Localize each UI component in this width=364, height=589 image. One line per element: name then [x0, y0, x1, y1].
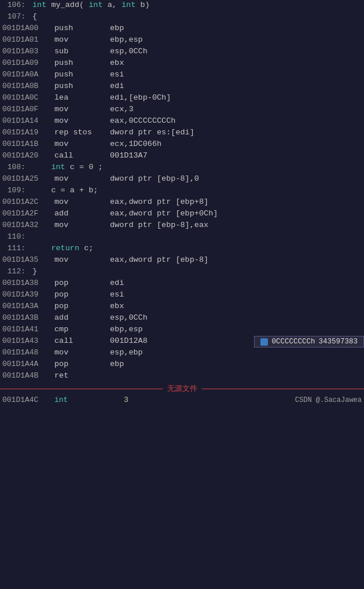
mnemonic: push	[52, 70, 110, 79]
address: 001D1A00	[0, 24, 52, 32]
mnemonic: pop	[52, 360, 110, 368]
mnemonic: mov	[52, 105, 110, 114]
address: 001D1A35	[0, 255, 52, 264]
line-number: 112:	[0, 267, 28, 276]
bottom-keyword: int	[54, 396, 89, 404]
mnemonic: sub	[52, 47, 110, 56]
mnemonic: push	[52, 58, 110, 67]
source-line-112: 112: }	[0, 266, 364, 278]
bottom-num: 3	[89, 396, 128, 404]
source-code: int c = 0 ;	[28, 163, 103, 171]
asm-line-001D1A0A: 001D1A0A push esi	[0, 69, 364, 81]
operand: eax,0CCCCCCCCh	[110, 116, 364, 125]
var-c: c =	[70, 163, 89, 171]
tooltip-num: 343597383	[318, 338, 358, 346]
mnemonic: ret	[52, 371, 110, 380]
asm-line-001D1A4A: 001D1A4A pop ebp	[0, 359, 364, 371]
keyword-int: int	[32, 1, 46, 9]
operand: ecx,3	[110, 105, 364, 114]
source-line-111: 111: return c;	[0, 243, 364, 255]
address: 001D1A3B	[0, 313, 52, 322]
tooltip-value: 0CCCCCCCCh	[271, 338, 315, 346]
asm-line-001D1A2F: 001D1A2F add eax,dword ptr [ebp+0Ch]	[0, 208, 364, 220]
address: 001D1A43	[0, 336, 52, 345]
tooltip-icon	[260, 338, 268, 346]
operand: esp,ebp	[110, 348, 364, 357]
source-code: {	[28, 12, 37, 21]
address: 001D1A2F	[0, 209, 52, 218]
bottom-bar: 001D1A4C int 3 CSDN @.SacaJawea	[0, 395, 364, 405]
func-name: my_add(	[51, 1, 84, 9]
asm-line-001D1A25: 001D1A25 mov dword ptr [ebp-8],0	[0, 174, 364, 185]
source-line-108: 108: int c = 0 ;	[0, 162, 364, 174]
keyword-int3: int	[122, 1, 135, 9]
operand: eax,dword ptr [ebp+0Ch]	[110, 209, 364, 218]
operand: ebx	[110, 302, 364, 310]
line-number: 110:	[0, 232, 28, 241]
asm-line-001D1A19: 001D1A19 rep stos dword ptr es:[edi]	[0, 127, 364, 139]
source-line-106: 106: int my_add( int a, int b)	[0, 0, 364, 12]
operand: ebp,esp	[110, 325, 364, 334]
address: 001D1A0B	[0, 82, 52, 90]
line-number: 109:	[0, 186, 28, 195]
asm-line-001D1A09: 001D1A09 push ebx	[0, 58, 364, 69]
address: 001D1A20	[0, 151, 52, 160]
disassembly-container: 106: int my_add( int a, int b) 107: { 00…	[0, 0, 364, 405]
asm-line-001D1A4B: 001D1A4B ret	[0, 371, 364, 382]
operand: esi	[110, 70, 364, 79]
line-number: 107:	[0, 12, 28, 21]
address: 001D1A4B	[0, 371, 52, 380]
asm-line-001D1A3B: 001D1A3B add esp,0CCh	[0, 313, 364, 324]
line-number: 108:	[0, 163, 28, 171]
asm-line-001D1A3A: 001D1A3A pop ebx	[0, 301, 364, 313]
mnemonic: push	[52, 82, 110, 90]
address: 001D1A0F	[0, 105, 52, 114]
mnemonic: lea	[52, 93, 110, 102]
operand: eax,dword ptr [ebp+8]	[110, 197, 364, 206]
address: 001D1A0C	[0, 93, 52, 102]
asm-line-001D1A35: 001D1A35 mov eax,dword ptr [ebp-8]	[0, 255, 364, 266]
mnemonic: pop	[52, 302, 110, 310]
mnemonic: mov	[52, 348, 110, 357]
operand: ecx,1DC066h	[110, 140, 364, 148]
source-code: int my_add( int a, int b)	[28, 1, 150, 9]
keyword-int: int	[51, 163, 65, 171]
mnemonic: rep stos	[52, 128, 110, 137]
operand: edi	[110, 82, 364, 90]
operand: dword ptr [ebp-8],0	[110, 174, 364, 183]
tooltip-box: 0CCCCCCCCh 343597383	[254, 336, 364, 347]
asm-line-001D1A43: 001D1A43 call 001D12A8 0CCCCCCCCh 343597…	[0, 336, 364, 347]
mnemonic: mov	[52, 35, 110, 44]
line-number: 106:	[0, 1, 28, 9]
source-code: return c;	[28, 244, 93, 253]
address: 001D1A0A	[0, 70, 52, 79]
address: 001D1A41	[0, 325, 52, 334]
operand: dword ptr [ebp-8],eax	[110, 221, 364, 229]
mnemonic: call	[52, 336, 110, 345]
divider-left	[0, 389, 163, 389]
address: 001D1A19	[0, 128, 52, 137]
asm-line-001D1A1B: 001D1A1B mov ecx,1DC066h	[0, 139, 364, 151]
operand: 001D13A7	[110, 151, 364, 160]
bottom-address: 001D1A4C	[2, 396, 54, 404]
asm-line-001D1A14: 001D1A14 mov eax,0CCCCCCCCh	[0, 116, 364, 127]
mnemonic: mov	[52, 140, 110, 148]
address: 001D1A38	[0, 279, 52, 287]
source-code: }	[28, 267, 37, 276]
operand: eax,dword ptr [ebp-8]	[110, 255, 364, 264]
operand: dword ptr es:[edi]	[110, 128, 364, 137]
mnemonic: mov	[52, 174, 110, 183]
address: 001D1A4A	[0, 360, 52, 368]
param-a: a,	[108, 1, 122, 9]
address: 001D1A14	[0, 116, 52, 125]
mnemonic: add	[52, 209, 110, 218]
mnemonic: pop	[52, 290, 110, 299]
divider-right	[202, 389, 365, 389]
operand: edi,[ebp-0Ch]	[110, 93, 364, 102]
mnemonic: mov	[52, 221, 110, 229]
mnemonic: mov	[52, 197, 110, 206]
asm-line-001D1A32: 001D1A32 mov dword ptr [ebp-8],eax	[0, 220, 364, 232]
line-number: 111:	[0, 244, 28, 253]
source-divider: 无源文件	[0, 382, 364, 395]
asm-line-001D1A0F: 001D1A0F mov ecx,3	[0, 104, 364, 116]
